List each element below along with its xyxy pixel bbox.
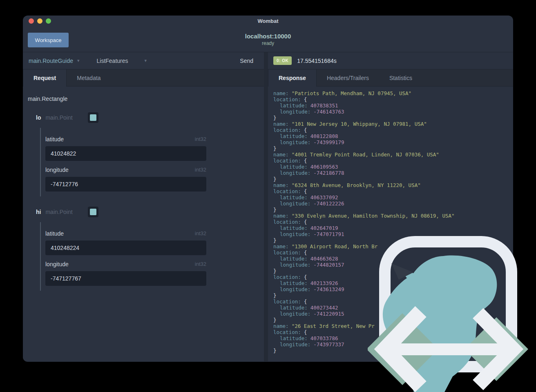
response-line: latitude:406337092 (273, 194, 513, 200)
response-line: longitude:-744820157 (273, 262, 513, 268)
response-line: longitude:-747071791 (273, 231, 513, 237)
tab-statistics[interactable]: Statistics (379, 69, 422, 86)
response-line: name:"6324 8th Avenue, Brooklyn, NY 1122… (273, 182, 513, 188)
message-type-label: main.Rectangle (28, 96, 264, 102)
response-line: longitude:-743613249 (273, 286, 513, 292)
response-line: latitude:407838351 (273, 102, 513, 109)
field-label: longitude (45, 261, 69, 267)
service-name: main.RouteGuide (29, 58, 73, 64)
lo-longitude-input[interactable] (45, 177, 206, 192)
chevron-down-icon: ▾ (77, 58, 80, 63)
response-line: name:"26 East 3rd Street, New Pr (273, 323, 513, 329)
service-select[interactable]: main.RouteGuide ▾ (29, 58, 79, 64)
status-badge: 0: OK (273, 56, 292, 65)
tab-metadata[interactable]: Metadata (67, 69, 111, 86)
tab-request[interactable]: Request (23, 69, 67, 87)
field-name: hi (36, 209, 41, 215)
field-label-row: latitude int32 (45, 230, 206, 237)
response-line: longitude:-743977337 (273, 341, 513, 347)
response-line: } (273, 347, 513, 354)
response-line: name:"Patriots Path, Mendham, NJ 07945, … (273, 90, 513, 96)
field-type-badge: int32 (195, 230, 206, 237)
response-line: } (273, 237, 513, 243)
response-line: location:{ (273, 298, 513, 305)
response-line: name:"330 Evelyn Avenue, Hamilton Townsh… (273, 213, 513, 219)
response-line: latitude:407033786 (273, 335, 513, 341)
response-line: location:{ (273, 219, 513, 225)
call-duration: 17.554151684s (297, 58, 337, 64)
response-line: } (273, 268, 513, 274)
field-label: latitude (45, 230, 64, 237)
field-type-badge: int32 (195, 167, 206, 173)
response-line: location:{ (273, 158, 513, 164)
server-status: ready (23, 40, 513, 46)
response-line: } (273, 115, 513, 121)
chevron-down-icon: ▾ (145, 58, 147, 63)
response-line: name:"101 New Jersey 10, Whippany, NJ 07… (273, 121, 513, 127)
send-button[interactable]: Send (240, 58, 253, 64)
response-line: } (273, 292, 513, 298)
message-toggle-checkbox[interactable] (88, 207, 98, 217)
response-line: name:"1300 Airport Road, North Br (273, 243, 513, 249)
response-line: latitude:406109563 (273, 164, 513, 170)
response-line: latitude:402133926 (273, 280, 513, 286)
field-label-row: longitude int32 (45, 167, 206, 173)
field-label: latitude (45, 136, 64, 143)
response-line: } (273, 207, 513, 213)
response-line: } (273, 176, 513, 182)
response-line: location:{ (273, 188, 513, 194)
method-select[interactable]: ListFeatures ▾ (96, 58, 147, 64)
title-bar: Wombat Workspace localhost:10000 ready (23, 16, 513, 52)
response-toolbar: 0: OK 17.554151684s (268, 52, 513, 69)
response-line: } (273, 145, 513, 151)
tab-response[interactable]: Response (268, 69, 317, 87)
response-line: location:{ (273, 274, 513, 280)
response-line: longitude:-743999179 (273, 139, 513, 145)
response-line: longitude:-742186778 (273, 170, 513, 176)
server-address: localhost:10000 (23, 33, 513, 40)
hi-latitude-input[interactable] (45, 241, 206, 255)
response-line: location:{ (273, 96, 513, 102)
field-label: longitude (45, 167, 69, 173)
field-name: lo (36, 114, 41, 121)
field-lo-group: latitude int32 longitude int32 (40, 128, 264, 196)
field-type: main.Point (45, 114, 72, 121)
request-panel: main.RouteGuide ▾ ListFeatures ▾ Send Re… (23, 52, 264, 361)
response-line: longitude:-741220915 (273, 311, 513, 317)
response-line: name:"4001 Tremley Point Road, Linden, N… (273, 151, 513, 158)
response-line: location:{ (273, 127, 513, 133)
response-output: name:"Patriots Path, Mendham, NJ 07945, … (268, 87, 513, 361)
field-hi-header: hi main.Point (36, 207, 264, 217)
panel-divider[interactable] (264, 52, 268, 361)
desktop-background: Wombat Workspace localhost:10000 ready m… (0, 0, 536, 392)
method-name: ListFeatures (96, 58, 128, 64)
request-tab-bar: Request Metadata (23, 69, 264, 87)
field-hi-group: latitude int32 longitude int32 (40, 222, 264, 291)
response-line: latitude:408122808 (273, 133, 513, 139)
response-line: } (273, 317, 513, 323)
field-label-row: longitude int32 (45, 261, 206, 267)
response-line: location:{ (273, 329, 513, 335)
wombat-app-window: Wombat Workspace localhost:10000 ready m… (23, 16, 513, 362)
response-panel: 0: OK 17.554151684s Response Headers/Tra… (268, 52, 513, 361)
field-type-badge: int32 (195, 136, 206, 143)
hi-longitude-input[interactable] (45, 271, 206, 286)
message-toggle-checkbox[interactable] (88, 112, 98, 123)
field-type-badge: int32 (195, 261, 206, 267)
main-split: main.RouteGuide ▾ ListFeatures ▾ Send Re… (23, 52, 513, 361)
lo-latitude-input[interactable] (45, 146, 206, 161)
server-info: localhost:10000 ready (23, 33, 513, 46)
field-label-row: latitude int32 (45, 136, 206, 143)
response-tab-bar: Response Headers/Trailers Statistics (268, 69, 513, 87)
response-line: longitude:-740122226 (273, 200, 513, 207)
request-toolbar: main.RouteGuide ▾ ListFeatures ▾ Send (23, 52, 264, 69)
request-form: main.Rectangle lo main.Point latitude in… (23, 87, 264, 361)
field-lo-header: lo main.Point (36, 112, 264, 123)
tab-headers-trailers[interactable]: Headers/Trailers (317, 69, 379, 86)
window-title: Wombat (23, 18, 513, 24)
checkbox-checked-mark (90, 209, 96, 215)
checkbox-checked-mark (90, 114, 96, 121)
response-line: latitude:404663628 (273, 256, 513, 262)
response-line: latitude:402647019 (273, 225, 513, 231)
field-type: main.Point (45, 209, 72, 215)
